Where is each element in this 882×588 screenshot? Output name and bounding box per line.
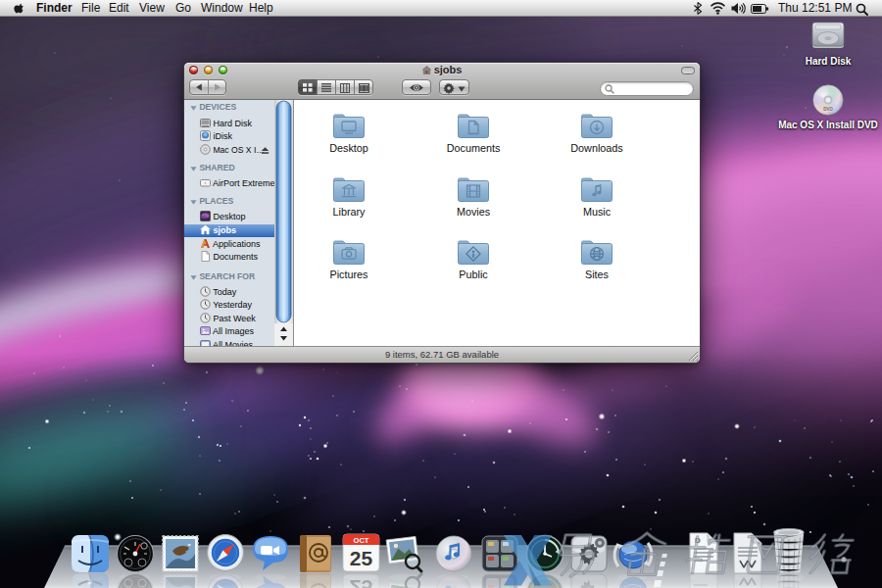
svg-text:OCT: OCT — [354, 536, 369, 545]
svg-text:DVD: DVD — [823, 107, 833, 112]
svg-text:25: 25 — [350, 547, 373, 569]
